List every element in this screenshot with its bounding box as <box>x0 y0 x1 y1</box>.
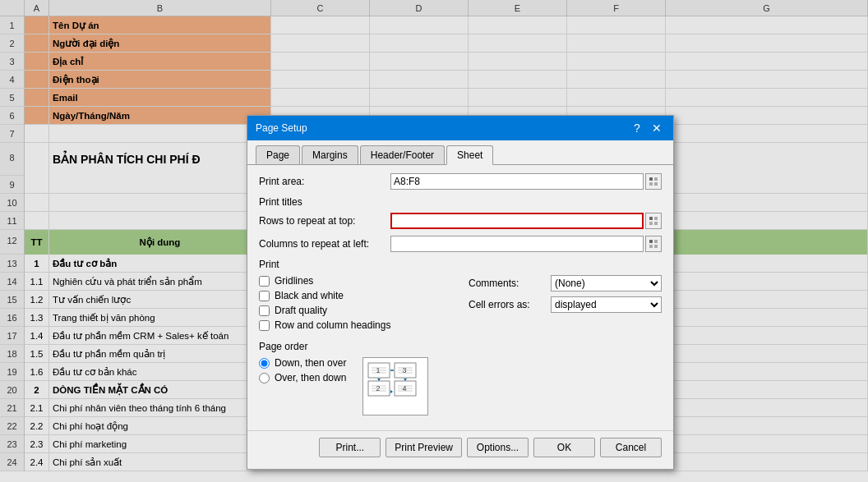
cancel-button[interactable]: Cancel <box>600 438 662 457</box>
page-order-label: Page order <box>259 341 662 352</box>
print-area-row: Print area: <box>259 173 662 190</box>
svg-rect-11 <box>654 245 658 248</box>
gridlines-row: Gridlines <box>259 275 452 287</box>
page-order-layout: Down, then over Over, then down <box>259 357 662 415</box>
svg-rect-10 <box>649 245 653 248</box>
svg-rect-3 <box>654 182 658 186</box>
svg-rect-8 <box>649 240 653 243</box>
black-white-label: Black and white <box>275 290 344 301</box>
cols-repeat-label: Columns to repeat at left: <box>259 238 390 250</box>
dialog-buttons: Print... Print Preview Options... OK Can… <box>247 430 673 461</box>
print-section-label: Print <box>259 259 662 270</box>
print-button[interactable]: Print... <box>319 438 381 457</box>
row-col-headings-row: Row and column headings <box>259 319 452 331</box>
comments-label: Comments: <box>469 278 551 289</box>
dialog-close-button[interactable]: ✕ <box>649 121 665 135</box>
svg-rect-6 <box>649 222 653 225</box>
cell-errors-row: Cell errors as: displayed <box>469 296 662 313</box>
page-order-radios: Down, then over Over, then down <box>259 357 346 387</box>
svg-rect-0 <box>649 177 653 181</box>
print-area-select-button[interactable] <box>645 173 662 190</box>
tab-page[interactable]: Page <box>256 145 300 164</box>
cols-repeat-input[interactable] <box>390 236 644 252</box>
gridlines-label: Gridlines <box>275 275 313 287</box>
page-order-icon: 1 2 3 <box>362 357 428 415</box>
tab-sheet[interactable]: Sheet <box>446 145 493 165</box>
dialog-body: Print area: Print titles Rows to repeat … <box>247 165 673 469</box>
svg-rect-7 <box>654 222 658 225</box>
svg-rect-1 <box>654 177 658 181</box>
down-then-over-row: Down, then over <box>259 357 346 369</box>
draft-quality-label: Draft quality <box>275 305 327 316</box>
svg-marker-34 <box>390 390 393 393</box>
page-setup-dialog: Page Setup ? ✕ Page Margins Header/Foote… <box>247 115 674 470</box>
print-checkboxes: Gridlines Black and white Draft quality … <box>259 275 452 334</box>
svg-rect-5 <box>654 217 658 220</box>
tabs-row: Page Margins Header/Footer Sheet <box>247 140 673 165</box>
dialog-content: Print area: Print titles Rows to repeat … <box>247 165 673 424</box>
cell-errors-select[interactable]: displayed <box>551 296 662 313</box>
tab-header-footer[interactable]: Header/Footer <box>360 145 445 164</box>
ok-button[interactable]: OK <box>533 438 595 457</box>
cols-repeat-row: Columns to repeat at left: <box>259 236 662 252</box>
down-then-over-label: Down, then over <box>275 357 346 369</box>
print-section: Gridlines Black and white Draft quality … <box>259 275 662 334</box>
gridlines-checkbox[interactable] <box>259 276 270 287</box>
tab-margins[interactable]: Margins <box>302 145 358 164</box>
over-then-down-label: Over, then down <box>275 372 346 383</box>
dialog-help-button[interactable]: ? <box>629 121 645 135</box>
print-titles-label: Print titles <box>259 196 662 208</box>
row-col-headings-checkbox[interactable] <box>259 320 270 331</box>
svg-rect-2 <box>649 182 653 186</box>
down-then-over-radio[interactable] <box>259 358 270 369</box>
black-white-row: Black and white <box>259 290 452 301</box>
comments-row: Comments: (None) <box>469 275 662 291</box>
row-col-headings-label: Row and column headings <box>275 319 390 331</box>
rows-repeat-select-button[interactable] <box>645 213 662 229</box>
print-right: Comments: (None) Cell errors as: display… <box>469 275 662 334</box>
page-order-section: Page order Down, then over Over, then do… <box>259 341 662 415</box>
dialog-titlebar: Page Setup ? ✕ <box>247 116 673 140</box>
draft-quality-checkbox[interactable] <box>259 305 270 316</box>
black-white-checkbox[interactable] <box>259 291 270 301</box>
over-then-down-radio[interactable] <box>259 373 270 383</box>
dialog-title: Page Setup <box>256 122 307 134</box>
print-preview-button[interactable]: Print Preview <box>386 438 462 457</box>
dialog-title-buttons: ? ✕ <box>629 121 665 135</box>
svg-rect-4 <box>649 217 653 220</box>
comments-select[interactable]: (None) <box>551 275 662 291</box>
over-then-down-row: Over, then down <box>259 372 346 383</box>
cell-errors-label: Cell errors as: <box>469 299 551 310</box>
rows-repeat-input[interactable] <box>390 213 644 229</box>
cols-repeat-select-button[interactable] <box>645 236 662 252</box>
rows-repeat-row: Rows to repeat at top: <box>259 213 662 229</box>
print-area-label: Print area: <box>259 176 390 187</box>
options-button[interactable]: Options... <box>467 438 529 457</box>
draft-quality-row: Draft quality <box>259 305 452 316</box>
rows-repeat-label: Rows to repeat at top: <box>259 215 390 227</box>
svg-rect-9 <box>654 240 658 243</box>
print-area-input[interactable] <box>390 173 644 190</box>
